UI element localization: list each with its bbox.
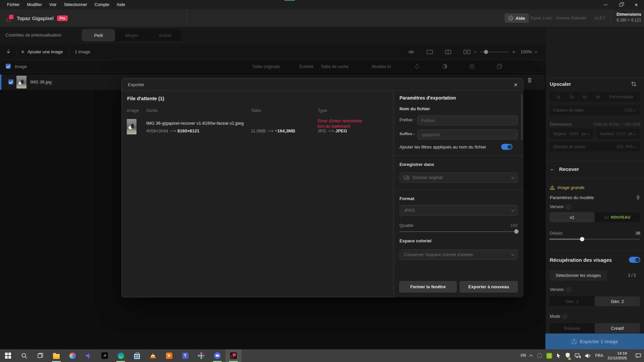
- teams-button[interactable]: T: [177, 349, 193, 362]
- scale-1x[interactable]: 1x: [556, 95, 560, 99]
- info-icon[interactable]: i: [566, 288, 571, 292]
- scale-custom[interactable]: Personnalisé: [609, 95, 633, 99]
- side-by-side-view-icon[interactable]: [463, 49, 471, 55]
- menu-fichier[interactable]: Fichier: [3, 0, 23, 9]
- divider: [394, 190, 524, 190]
- scale-4x[interactable]: 4x: [583, 95, 587, 99]
- format-dropdown[interactable]: JPEG: [399, 205, 518, 216]
- mode-realiste-button[interactable]: Réaliste: [549, 323, 595, 333]
- add-image-button[interactable]: + Ajouter une image: [21, 44, 63, 60]
- preview-size-petit[interactable]: Petit: [82, 29, 115, 41]
- menu-modifier[interactable]: Modifier: [23, 0, 46, 9]
- taskbar-search-button[interactable]: [16, 349, 32, 362]
- windows-start-button[interactable]: [0, 349, 16, 362]
- menu-compte[interactable]: Compte: [91, 0, 113, 9]
- star-app-icon: [85, 352, 92, 359]
- version-v2-button[interactable]: v2 NOUVEAU: [595, 212, 640, 222]
- preview-size-grand[interactable]: Grand: [149, 29, 182, 41]
- copilot-button[interactable]: [64, 349, 80, 362]
- input-language[interactable]: FRA: [595, 353, 603, 358]
- file-explorer-button[interactable]: [48, 349, 64, 362]
- scale-factor-field[interactable]: Facteur de taille 2,01 x: [549, 105, 640, 115]
- microsoft-store-button[interactable]: [129, 349, 145, 362]
- dialog-close-icon[interactable]: ×: [513, 80, 519, 89]
- scrollbar[interactable]: [521, 94, 523, 140]
- taskbar-clock[interactable]: 14:19 21/12/2025: [607, 351, 627, 360]
- task-view-button[interactable]: [32, 349, 48, 362]
- capture-app-button[interactable]: ↗: [97, 349, 113, 362]
- minimize-button[interactable]: [598, 0, 613, 9]
- notification-center-icon[interactable]: [635, 353, 641, 358]
- cursor-tray-icon[interactable]: [556, 353, 561, 358]
- topaz-gigapixel-button[interactable]: [225, 349, 241, 362]
- gen2-button[interactable]: Gén. 2: [595, 296, 640, 306]
- volume-icon[interactable]: [585, 353, 591, 358]
- trash-icon[interactable]: [527, 77, 532, 83]
- scale-6x[interactable]: 6x: [596, 95, 600, 99]
- scale-2x[interactable]: 2x: [569, 95, 574, 99]
- teams-icon: T: [182, 353, 189, 359]
- edge-button[interactable]: [113, 349, 129, 362]
- download-icon[interactable]: [5, 49, 11, 56]
- menu-aide[interactable]: Aide: [113, 0, 129, 9]
- version-v1-button[interactable]: v1: [549, 212, 595, 222]
- zoom-slider-knob[interactable]: [484, 50, 488, 54]
- graph-app-icon: [198, 352, 205, 359]
- zoom-out-icon[interactable]: −: [474, 49, 477, 55]
- suffix-label: Suffixe :: [399, 132, 415, 136]
- quality-slider-knob[interactable]: [514, 229, 519, 234]
- discord-button[interactable]: [209, 349, 225, 362]
- details-slider-knob[interactable]: [580, 237, 584, 241]
- graph-app-button[interactable]: [193, 349, 209, 362]
- mode-creatif-button[interactable]: Créatif: [595, 323, 640, 333]
- queue-heading: File d'attente (1): [127, 96, 164, 101]
- capture-tray-icon[interactable]: [537, 353, 542, 358]
- width-field[interactable]: largeur 8160 px: [549, 128, 593, 139]
- network-tray-icon[interactable]: [575, 353, 581, 358]
- crop-icon[interactable]: [631, 81, 637, 87]
- zoom-in-icon[interactable]: +: [512, 49, 515, 55]
- minimize-icon: [604, 5, 607, 5]
- info-icon[interactable]: i: [566, 205, 571, 209]
- keyboard-lang-short[interactable]: FR: [521, 353, 526, 358]
- gen1-button[interactable]: Gén. 1: [549, 296, 595, 306]
- export-again-button[interactable]: Exporter à nouveau: [460, 281, 518, 293]
- face-recovery-toggle[interactable]: [629, 257, 640, 263]
- colorspace-heading: Espace coloriel: [399, 238, 431, 243]
- zoom-controls: − +: [474, 44, 516, 60]
- help-button[interactable]: i Aide: [504, 13, 529, 23]
- export-image-button[interactable]: Exporter 1 image: [545, 334, 644, 349]
- eye-icon[interactable]: [408, 49, 415, 55]
- single-view-icon[interactable]: [426, 49, 433, 55]
- append-filters-toggle[interactable]: [501, 144, 513, 150]
- menu-selectionner[interactable]: Sélectionner: [60, 0, 91, 9]
- height-field[interactable]: hauteur 6121 px: [596, 128, 640, 139]
- tray-expand-icon[interactable]: [529, 354, 533, 358]
- details-slider[interactable]: [549, 239, 640, 240]
- star-app-button[interactable]: [80, 349, 97, 362]
- info-icon[interactable]: i: [562, 314, 567, 319]
- close-button[interactable]: ×: [629, 0, 644, 9]
- menu-voir[interactable]: Voir: [46, 0, 60, 9]
- select-all-checkbox[interactable]: [6, 64, 11, 69]
- vlc-button[interactable]: [145, 349, 161, 362]
- save-in-dropdown[interactable]: Dossier original: [399, 172, 518, 183]
- select-faces-button[interactable]: Sélectionner les visages: [549, 270, 607, 281]
- split-view-icon[interactable]: [445, 49, 451, 55]
- zoom-level-dropdown[interactable]: 100%: [521, 44, 537, 60]
- lightning-icon[interactable]: [636, 195, 640, 200]
- preview-size-moyen[interactable]: Moyen: [115, 29, 148, 41]
- row-checkbox[interactable]: [8, 79, 13, 84]
- security-shield-icon[interactable]: !: [565, 352, 570, 359]
- colorspace-dropdown[interactable]: Conserver l'espace coloriel d'entrée: [399, 249, 518, 260]
- prefix-input[interactable]: [417, 115, 518, 125]
- maximize-button[interactable]: [613, 0, 629, 9]
- zoom-slider[interactable]: [480, 52, 509, 52]
- suffix-input[interactable]: [417, 129, 518, 139]
- pixel-density-field[interactable]: Densité de pixels 300 PPI: [549, 141, 640, 152]
- quality-slider[interactable]: [399, 231, 518, 232]
- nvidia-icon[interactable]: [546, 353, 552, 359]
- back-arrow-icon[interactable]: ←: [550, 166, 555, 172]
- close-window-button[interactable]: Fermer la fenêtre: [399, 281, 457, 293]
- media-player-button[interactable]: [161, 349, 177, 362]
